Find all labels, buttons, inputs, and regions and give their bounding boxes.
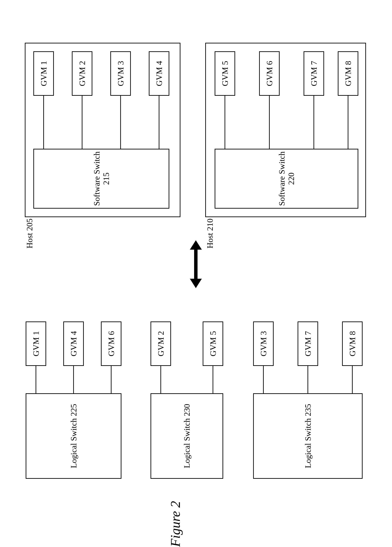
gvm-label: GVM 6 (107, 331, 116, 356)
gvm-label: GVM 3 (259, 331, 268, 356)
connector (225, 96, 225, 149)
gvm-box: GVM 2 (151, 321, 171, 366)
connector (352, 366, 353, 393)
host-210-label-text: Host 210 (205, 219, 215, 248)
connector (159, 96, 159, 149)
connector (160, 366, 161, 393)
gvm-box: GVM 6 (259, 51, 280, 96)
gvm-label: GVM 2 (77, 61, 87, 86)
gvm-label: GVM 1 (39, 61, 48, 86)
gvm-box: GVM 1 (26, 321, 46, 366)
gvm-label: GVM 6 (265, 61, 274, 86)
connector (73, 366, 74, 393)
gvm-box: GVM 5 (203, 321, 223, 366)
connector (120, 96, 121, 149)
double-arrow-icon (190, 240, 202, 288)
gvm-box: GVM 2 (72, 51, 92, 96)
host-205-label-text: Host 205 (25, 219, 34, 248)
gvm-box: GVM 7 (303, 51, 324, 96)
svg-marker-0 (190, 240, 202, 288)
figure-caption: Figure 2 (168, 501, 183, 547)
connector (314, 96, 314, 149)
logical-switch-225: Logical Switch 225 (26, 393, 121, 479)
connector (35, 366, 36, 393)
connector (213, 366, 213, 393)
gvm-label: GVM 5 (208, 331, 218, 356)
logical-switch-label: Logical Switch 230 (182, 404, 192, 468)
gvm-box: GVM 7 (298, 321, 318, 366)
connector (263, 366, 264, 393)
gvm-label: GVM 8 (348, 331, 357, 356)
software-switch-label: Software Switch 220 (277, 150, 296, 208)
gvm-box: GVM 4 (63, 321, 84, 366)
gvm-box: GVM 4 (149, 51, 169, 96)
software-switch-label: Software Switch 215 (92, 150, 111, 208)
gvm-label: GVM 5 (220, 61, 230, 86)
gvm-label: GVM 4 (154, 61, 164, 86)
logical-switch-label: Logical Switch 235 (303, 404, 313, 468)
connector (348, 96, 348, 149)
connector (82, 96, 83, 149)
gvm-label: GVM 2 (156, 331, 165, 356)
gvm-box: GVM 8 (338, 51, 358, 96)
gvm-label: GVM 4 (69, 331, 78, 356)
gvm-label: GVM 7 (309, 61, 319, 86)
connector (43, 96, 44, 149)
gvm-box: GVM 3 (110, 51, 131, 96)
gvm-label: GVM 1 (31, 331, 41, 356)
host-205-label: Host 205 (25, 219, 34, 250)
logical-switch-label: Logical Switch 225 (69, 404, 78, 468)
logical-switch-230: Logical Switch 230 (151, 393, 223, 479)
gvm-box: GVM 5 (215, 51, 235, 96)
gvm-box: GVM 6 (101, 321, 121, 366)
gvm-label: GVM 3 (116, 61, 125, 86)
connector (111, 366, 111, 393)
gvm-box: GVM 1 (33, 51, 54, 96)
software-switch-215: Software Switch 215 (33, 149, 169, 209)
gvm-box: GVM 8 (342, 321, 363, 366)
logical-switch-235: Logical Switch 235 (253, 393, 363, 479)
gvm-box: GVM 3 (253, 321, 274, 366)
page: Host 205 GVM 1 GVM 2 GVM 3 GVM 4 Softwar… (0, 0, 392, 547)
gvm-label: GVM 7 (303, 331, 313, 356)
software-switch-220: Software Switch 220 (215, 149, 358, 209)
figure-caption-text: Figure 2 (168, 501, 183, 547)
gvm-label: GVM 8 (344, 61, 353, 86)
host-210-label: Host 210 (205, 219, 215, 250)
connector (308, 366, 308, 393)
connector (269, 96, 270, 149)
